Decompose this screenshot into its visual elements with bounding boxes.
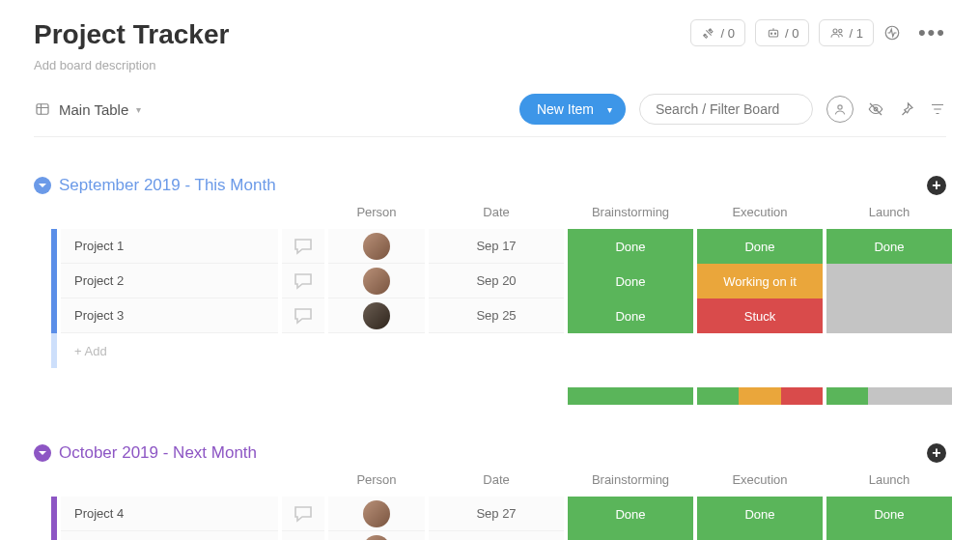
person-cell[interactable] [328, 264, 425, 298]
person-cell[interactable] [328, 298, 425, 333]
chat-bubble-icon [292, 502, 315, 526]
status-cell[interactable]: Done [568, 229, 693, 264]
new-item-label: New Item [537, 101, 594, 117]
status-cell[interactable]: Done [697, 497, 823, 531]
status-summary-bar [568, 387, 693, 405]
chat-bubble-icon [292, 537, 315, 541]
column-header[interactable]: Person [328, 201, 425, 229]
person-cell[interactable] [328, 497, 425, 531]
eye-off-icon [867, 100, 884, 118]
svg-point-2 [774, 33, 775, 34]
column-header[interactable]: Date [429, 469, 564, 497]
conversation-button[interactable] [282, 497, 324, 531]
row-accent [51, 298, 57, 333]
filter-button[interactable] [929, 100, 946, 118]
board-title[interactable]: Project Tracker [34, 19, 229, 50]
group-title[interactable]: October 2019 - Next Month [59, 443, 257, 463]
date-cell[interactable]: Sep 27 [429, 497, 564, 531]
row-accent [51, 497, 57, 531]
table-icon [34, 100, 51, 118]
svg-rect-0 [769, 30, 777, 37]
members-button[interactable]: / 1 [819, 19, 873, 46]
conversation-button[interactable] [282, 531, 324, 540]
item-name-cell[interactable]: Project 1 [61, 229, 278, 264]
board-description-placeholder[interactable]: Add board description [34, 58, 229, 72]
pin-button[interactable] [898, 100, 915, 118]
status-cell[interactable]: Done [568, 264, 693, 298]
status-cell[interactable] [826, 298, 952, 333]
status-cell[interactable]: Done [697, 229, 823, 264]
column-header[interactable]: Brainstorming [568, 201, 693, 229]
conversation-button[interactable] [282, 298, 324, 333]
column-header[interactable]: Execution [697, 201, 823, 229]
activity-icon [883, 24, 901, 42]
new-item-button[interactable]: New Item ▾ [519, 94, 626, 125]
status-cell[interactable]: Stuck [697, 298, 823, 333]
integration-button-1[interactable]: / 0 [690, 19, 744, 46]
view-selector[interactable]: Main Table ▾ [34, 100, 141, 118]
chat-bubble-icon [292, 235, 315, 258]
column-header[interactable]: Person [328, 469, 425, 497]
status-cell[interactable]: Working on it [697, 264, 823, 298]
column-header[interactable]: Execution [697, 469, 823, 497]
status-cell[interactable] [826, 264, 952, 298]
integration-2-count: / 0 [785, 26, 798, 41]
chevron-down-icon [38, 181, 47, 190]
status-cell[interactable]: Done [568, 497, 693, 531]
row-accent [51, 333, 57, 368]
column-header[interactable]: Brainstorming [568, 469, 693, 497]
date-cell[interactable]: Sep 20 [429, 264, 564, 298]
avatar [363, 500, 390, 527]
column-header[interactable]: Launch [826, 469, 952, 497]
status-cell[interactable]: Done [826, 229, 952, 264]
add-item-input[interactable]: + Add [61, 333, 952, 368]
conversation-button[interactable] [282, 264, 324, 298]
filter-icon [929, 100, 946, 118]
date-cell[interactable]: Sep 25 [429, 298, 564, 333]
row-accent [51, 264, 57, 298]
status-cell[interactable]: Done [826, 531, 952, 540]
avatar [363, 268, 390, 295]
integration-button-2[interactable]: / 0 [755, 19, 809, 46]
status-summary-bar [826, 387, 952, 405]
status-cell[interactable]: Done [697, 531, 823, 540]
group-title[interactable]: September 2019 - This Month [59, 176, 276, 195]
status-summary-bar [697, 387, 823, 405]
item-name-cell[interactable]: Project 3 [61, 298, 278, 333]
chevron-down-icon: ▾ [607, 104, 612, 115]
status-cell[interactable]: Done [568, 531, 693, 540]
column-header[interactable]: Launch [826, 201, 952, 229]
status-cell[interactable]: Done [826, 497, 952, 531]
people-icon [829, 25, 845, 41]
item-name-cell[interactable]: Project 4 [61, 497, 278, 531]
person-cell[interactable] [328, 531, 425, 540]
row-accent [51, 229, 57, 264]
search-input[interactable] [639, 94, 813, 125]
date-cell[interactable]: Sep 17 [429, 229, 564, 264]
person-filter-button[interactable] [826, 96, 854, 123]
add-column-button[interactable]: + [927, 443, 946, 463]
group-collapse-toggle[interactable] [34, 444, 51, 462]
avatar [363, 302, 390, 329]
date-cell[interactable]: Sep 28 [429, 531, 564, 540]
status-cell[interactable]: Done [568, 298, 693, 333]
row-accent [51, 531, 57, 540]
view-label: Main Table [59, 101, 128, 118]
svg-point-7 [838, 105, 842, 109]
plug-icon [701, 25, 716, 41]
item-name-cell[interactable]: Project 5 [61, 531, 278, 540]
conversation-button[interactable] [282, 229, 324, 264]
chevron-down-icon [38, 448, 47, 458]
avatar [363, 535, 390, 541]
group-collapse-toggle[interactable] [34, 177, 51, 194]
hide-columns-button[interactable] [867, 100, 884, 118]
person-cell[interactable] [328, 229, 425, 264]
activity-button[interactable] [883, 24, 901, 42]
chat-bubble-icon [292, 304, 315, 327]
add-column-button[interactable]: + [927, 176, 946, 195]
item-name-cell[interactable]: Project 2 [61, 264, 278, 298]
more-options-button[interactable]: ••• [918, 20, 946, 45]
svg-point-1 [770, 33, 771, 34]
members-count: / 1 [849, 26, 862, 41]
column-header[interactable]: Date [429, 201, 564, 229]
